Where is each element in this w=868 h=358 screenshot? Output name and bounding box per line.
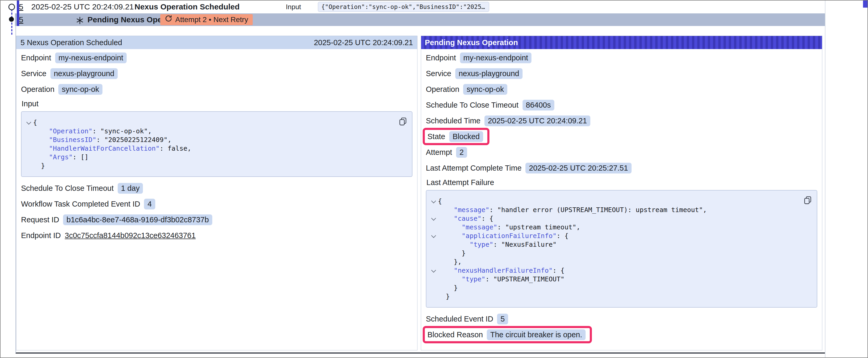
chevron-gutter xyxy=(430,240,438,249)
field-value-link[interactable]: 3c0c75ccfa8144b092c13ce632463761 xyxy=(65,231,196,240)
chevron-gutter xyxy=(430,205,438,214)
copy-icon[interactable] xyxy=(399,117,407,128)
chevron-gutter xyxy=(25,161,33,170)
collapse-chevron-icon[interactable] xyxy=(430,266,438,275)
code-line: "BusinessID": "20250225122409", xyxy=(25,135,394,144)
field-row: Operationsync-op-ok xyxy=(21,84,412,95)
field-value-pill: The circuit breaker is open. xyxy=(487,329,586,340)
annotation-highlight: StateBlocked xyxy=(423,128,490,145)
code-line: "HandlerWaitForCancellation": false, xyxy=(25,144,394,153)
code-text: } xyxy=(438,284,458,292)
json-code: { "Operation": "sync-op-ok", "BusinessID… xyxy=(25,118,394,170)
field-label: Scheduled Event ID xyxy=(426,315,493,323)
panel-timestamp: 2025-02-25 UTC 20:24:09.21 xyxy=(314,38,413,47)
collapse-chevron-icon[interactable] xyxy=(25,118,33,127)
code-line: "applicationFailureInfo": { xyxy=(430,231,798,240)
fields-group: Scheduled Event ID5Blocked ReasonThe cir… xyxy=(426,314,817,345)
collapse-chevron-icon[interactable] xyxy=(430,231,438,240)
code-line: "message": "upstream timeout", xyxy=(430,223,798,231)
selected-rows-accent-bar xyxy=(17,1,19,26)
scheduled-panel-body: Endpointmy-nexus-endpointServicenexus-pl… xyxy=(16,49,417,350)
event-row-pending[interactable]: 5 Pending Nexus Operation Attempt 2 • Ne… xyxy=(15,13,825,26)
field-value-pill: my-nexus-endpoint xyxy=(55,53,127,63)
input-section-label: Input xyxy=(22,99,412,108)
json-code: { "message": "handler error (UPSTREAM_TI… xyxy=(430,197,798,301)
event-id-link[interactable]: 5 xyxy=(19,13,23,26)
code-line: } xyxy=(430,249,798,258)
field-value-pill: 2025-02-25 UTC 20:25:27.51 xyxy=(525,163,631,173)
field-label: Service xyxy=(426,69,451,78)
event-row-scheduled[interactable]: 5 2025-02-25 UTC 20:24:09.21 Nexus Opera… xyxy=(1,1,825,13)
panel-title: 5 Nexus Operation Scheduled xyxy=(21,38,122,47)
event-history-page: 5 2025-02-25 UTC 20:24:09.21 Nexus Opera… xyxy=(0,0,868,358)
field-row: Scheduled Event ID5 xyxy=(426,314,817,324)
event-detail-label: Input xyxy=(286,1,301,13)
field-label: Endpoint xyxy=(426,54,456,62)
event-title: Nexus Operation Scheduled xyxy=(134,1,240,13)
input-json-block: { "Operation": "sync-op-ok", "BusinessID… xyxy=(21,111,412,177)
code-text: } xyxy=(438,292,450,301)
field-value-pill: nexus-playground xyxy=(51,68,118,79)
field-row: Attempt2 xyxy=(426,147,817,158)
code-text: "nexusHandlerFailureInfo": { xyxy=(438,266,564,275)
field-row: StateBlocked xyxy=(428,131,483,142)
field-value-pill: 86400s xyxy=(523,100,554,110)
code-line: "Args": [] xyxy=(25,153,394,161)
code-line: "message": "handler error (UPSTREAM_TIME… xyxy=(430,205,798,214)
failure-json-block: { "message": "handler error (UPSTREAM_TI… xyxy=(426,190,817,307)
code-text: "Args": [] xyxy=(33,153,89,161)
scheduled-event-panel: 5 Nexus Operation Scheduled 2025-02-25 U… xyxy=(16,36,417,350)
fields-group: Endpointmy-nexus-endpointServicenexus-pl… xyxy=(21,52,412,95)
chevron-gutter xyxy=(430,223,438,231)
code-line: "Operation": "sync-op-ok", xyxy=(25,127,394,135)
field-label: Last Attempt Complete Time xyxy=(426,164,522,172)
timeline-open-circle-icon xyxy=(8,4,15,10)
code-line: "type": "NexusFailure" xyxy=(430,240,798,249)
chevron-gutter xyxy=(25,144,33,153)
field-label: Attempt xyxy=(426,148,452,157)
failure-section-label: Last Attempt Failure xyxy=(426,178,817,187)
retry-badge-label: Attempt 2 • Next Retry xyxy=(175,14,248,25)
field-row: Endpointmy-nexus-endpoint xyxy=(426,52,817,63)
field-row: Schedule To Close Timeout86400s xyxy=(426,99,817,110)
collapse-chevron-icon[interactable] xyxy=(430,214,438,223)
code-text: "type": "NexusFailure" xyxy=(438,240,557,249)
annotation-highlight: Blocked ReasonThe circuit breaker is ope… xyxy=(423,326,592,343)
pending-panel-body: Endpointmy-nexus-endpointServicenexus-pl… xyxy=(421,49,822,350)
chevron-gutter xyxy=(430,275,438,284)
field-label: Operation xyxy=(21,85,54,94)
code-text: } xyxy=(438,249,466,258)
code-line: "nexusHandlerFailureInfo": { xyxy=(430,266,798,275)
code-line: "cause": { xyxy=(430,214,798,223)
chevron-gutter xyxy=(430,249,438,258)
code-line: } xyxy=(430,284,798,292)
retry-attempt-badge[interactable]: Attempt 2 • Next Retry xyxy=(160,14,253,25)
code-text: "cause": { xyxy=(438,214,493,223)
code-text: { xyxy=(438,197,442,205)
chevron-gutter xyxy=(25,153,33,161)
code-text: "BusinessID": "20250225122409", xyxy=(33,135,172,144)
chevron-gutter xyxy=(430,258,438,266)
field-label: Operation xyxy=(426,85,459,94)
vertical-scrollbar-thumb[interactable] xyxy=(863,1,867,8)
field-row: Blocked ReasonThe circuit breaker is ope… xyxy=(428,329,586,340)
event-id-link[interactable]: 5 xyxy=(19,1,23,13)
field-row: Last Attempt Complete Time2025-02-25 UTC… xyxy=(426,162,817,173)
fields-group: Endpointmy-nexus-endpointServicenexus-pl… xyxy=(426,52,817,173)
field-value-pill: my-nexus-endpoint xyxy=(460,53,532,63)
field-value-pill: 2 xyxy=(456,147,467,158)
field-value-pill: sync-op-ok xyxy=(463,84,507,95)
chevron-gutter xyxy=(25,135,33,144)
code-text: "applicationFailureInfo": { xyxy=(438,231,568,240)
field-value-pill: Blocked xyxy=(449,131,483,142)
field-value-pill: b1c6a4bc-8ee7-468a-9169-df3b02c8737b xyxy=(63,215,212,225)
field-label: Blocked Reason xyxy=(428,330,483,339)
code-text: "message": "upstream timeout", xyxy=(438,223,580,231)
nexus-star-icon xyxy=(76,15,84,28)
copy-icon[interactable] xyxy=(803,196,812,206)
timeline-filled-circle-icon xyxy=(9,17,14,22)
chevron-gutter xyxy=(430,292,438,301)
field-value-pill: 1 day xyxy=(118,183,143,194)
field-label: Endpoint xyxy=(21,54,51,62)
collapse-chevron-icon[interactable] xyxy=(430,197,438,205)
